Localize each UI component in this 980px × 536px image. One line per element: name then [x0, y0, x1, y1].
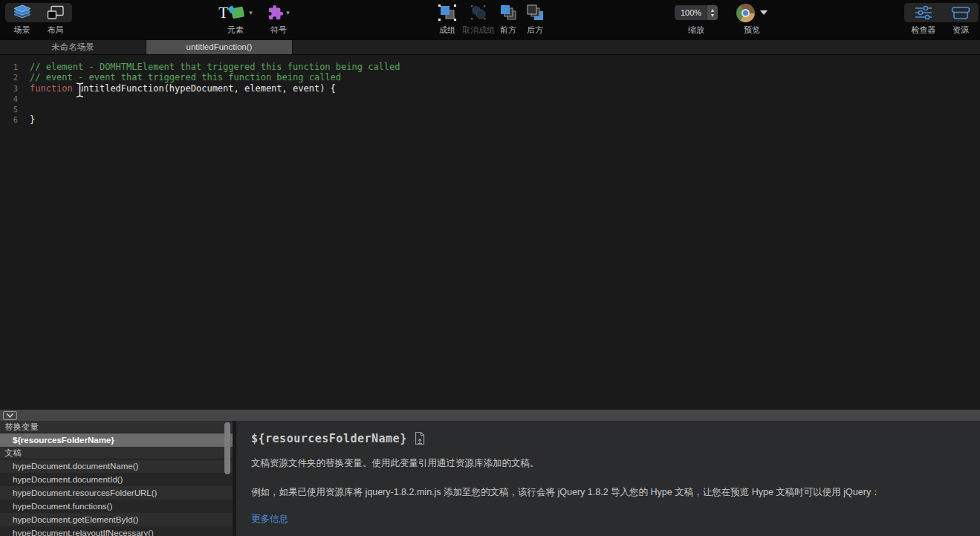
chevron-down-icon: ▾ — [286, 10, 290, 16]
line-number: 6 — [0, 114, 18, 125]
library-list[interactable]: 替换变量${resourcesFolderName}文稿hypeDocument… — [0, 421, 233, 536]
resources-box-icon — [951, 3, 970, 22]
bring-forward-icon — [499, 3, 518, 22]
code-line[interactable]: 4 — [0, 94, 980, 104]
scenes-layers-icon — [13, 3, 31, 22]
symbols-puzzle-icon: ▾ — [267, 3, 290, 22]
preview-label: 预览 — [744, 25, 760, 36]
collapse-panel-button[interactable] — [3, 411, 17, 420]
library-item[interactable]: hypeDocument.documentName() — [0, 459, 233, 473]
library-item[interactable]: hypeDocument.documentId() — [0, 473, 233, 486]
line-number: 1 — [0, 62, 18, 72]
code-text: } — [30, 114, 35, 125]
panel-divider[interactable] — [0, 409, 980, 421]
preview-dropdown-icon[interactable] — [760, 10, 768, 15]
ungroup-icon — [469, 3, 488, 22]
more-info-link[interactable]: 更多信息 — [251, 513, 288, 526]
panels-group: 检查器 资源 — [904, 3, 979, 36]
doc-paragraph: 例如，如果已使用资源库将 jquery-1.8.2.min.js 添加至您的文稿… — [251, 485, 962, 499]
zoom-control: 100% ▲▼ 缩放 — [675, 3, 718, 36]
zoom-stepper[interactable]: 100% ▲▼ — [675, 5, 718, 20]
library-section-header: 替换变量 — [0, 421, 233, 433]
layouts-button[interactable]: 布局 — [39, 3, 72, 36]
zoom-value: 100% — [675, 8, 707, 17]
tab-untitled-function[interactable]: untitledFunction() — [146, 40, 293, 54]
send-backward-label: 后方 — [527, 25, 543, 36]
inspector-sliders-icon — [914, 3, 933, 22]
library-item[interactable]: hypeDocument.getElementById() — [0, 513, 233, 526]
bring-forward-label: 前方 — [500, 25, 516, 36]
library-item[interactable]: hypeDocument.functions() — [0, 500, 233, 513]
library-item[interactable]: hypeDocument.resourcesFolderURL() — [0, 486, 233, 500]
scenes-button[interactable]: 场景 — [5, 3, 39, 36]
elements-icon: T ▾ — [218, 3, 252, 22]
text-cursor-ibeam — [75, 82, 85, 98]
function-help-panel: 替换变量${resourcesFolderName}文稿hypeDocument… — [0, 421, 980, 536]
code-text: // element - DOMHTMLElement that trigger… — [30, 62, 400, 72]
code-line[interactable]: 6} — [0, 114, 980, 125]
code-line[interactable]: 3function untitledFunction(hypeDocument,… — [0, 83, 980, 94]
inspector-label: 检查器 — [912, 25, 936, 36]
resources-button[interactable]: 资源 — [943, 3, 979, 36]
ungroup-label: 取消成组 — [462, 25, 495, 36]
doc-title: ${resourcesFolderName} — [251, 432, 407, 445]
library-section-header: 文稿 — [0, 447, 233, 459]
line-number: 5 — [0, 104, 18, 114]
layouts-icon — [47, 3, 65, 22]
library-item[interactable]: hypeDocument.relayoutIfNecessary() — [0, 526, 233, 536]
browser-preview-icon — [736, 4, 755, 22]
library-item[interactable]: ${resourcesFolderName} — [0, 433, 233, 447]
doc-panel: ${resourcesFolderName} 文稿资源文件夹的替换变量。使用此变… — [236, 421, 980, 536]
code-line[interactable]: 2// event - event that triggered this fu… — [0, 72, 980, 83]
scene-layout-group: 场景 布局 — [5, 3, 72, 36]
zoom-label: 缩放 — [688, 25, 704, 36]
stepper-arrows-icon[interactable]: ▲▼ — [707, 5, 718, 20]
doc-paragraph: 文稿资源文件夹的替换变量。使用此变量引用通过资源库添加的文稿。 — [251, 456, 962, 470]
preview-button[interactable]: 预览 — [732, 3, 772, 36]
scenes-label: 场景 — [14, 25, 30, 36]
chevron-down-icon — [6, 413, 14, 419]
symbols-button[interactable]: ▾ 符号 — [259, 3, 298, 36]
insert-group: T ▾ 元素 ▾ 符号 — [212, 3, 298, 36]
send-backward-button[interactable]: 后方 — [522, 3, 548, 36]
group-label: 成组 — [439, 25, 455, 36]
line-number: 3 — [0, 83, 18, 94]
main-toolbar: 场景 布局 T ▾ 元素 — [0, 0, 980, 40]
resources-label: 资源 — [953, 25, 969, 36]
line-number: 2 — [0, 72, 18, 83]
layouts-label: 布局 — [48, 25, 64, 36]
scrollbar-thumb[interactable] — [224, 422, 230, 474]
scene-tab-bar: 未命名场景 untitledFunction() — [0, 40, 980, 55]
code-lines: 1// element - DOMHTMLElement that trigge… — [0, 62, 980, 126]
tab-untitled-scene[interactable]: 未命名场景 — [0, 40, 146, 54]
ungroup-button: 取消成组 — [462, 3, 495, 36]
zoom-group: 100% ▲▼ 缩放 — [675, 3, 718, 36]
inspector-button[interactable]: 检查器 — [904, 3, 943, 36]
group-button[interactable]: 成组 — [432, 3, 462, 36]
chevron-down-icon: ▾ — [249, 10, 253, 16]
preview-group: 预览 — [732, 3, 772, 36]
insert-snippet-icon[interactable] — [414, 431, 426, 445]
elements-label: 元素 — [227, 25, 244, 36]
code-editor[interactable]: 1// element - DOMHTMLElement that trigge… — [0, 55, 980, 409]
group-icon — [438, 3, 457, 22]
arrange-group: 成组 取消成组 — [432, 3, 548, 36]
line-number: 4 — [0, 94, 18, 104]
code-line[interactable]: 1// element - DOMHTMLElement that trigge… — [0, 62, 980, 72]
code-line[interactable]: 5 — [0, 104, 980, 114]
elements-button[interactable]: T ▾ 元素 — [212, 3, 259, 36]
bring-forward-button[interactable]: 前方 — [495, 3, 522, 36]
symbols-label: 符号 — [270, 25, 287, 36]
send-backward-icon — [525, 3, 545, 22]
